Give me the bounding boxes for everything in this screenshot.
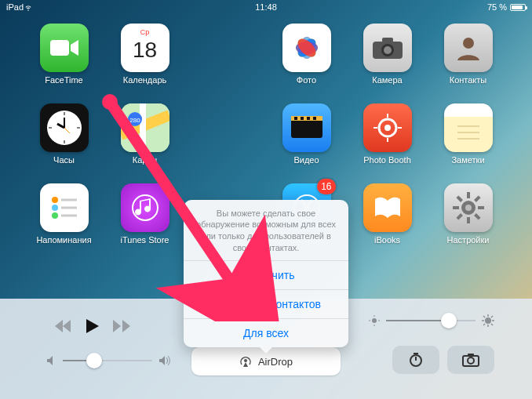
photos-icon <box>282 24 331 72</box>
svg-rect-30 <box>313 117 316 120</box>
app-label: iBooks <box>374 235 400 245</box>
airdrop-icon <box>239 355 252 368</box>
svg-rect-12 <box>382 38 393 42</box>
svg-line-71 <box>483 316 485 317</box>
svg-text:280: 280 <box>129 117 140 124</box>
app-ibooks[interactable]: iBooks <box>347 183 428 245</box>
app-photobooth[interactable]: Photo Booth <box>347 103 428 165</box>
next-track-button[interactable] <box>113 320 130 332</box>
volume-slider[interactable] <box>46 355 171 366</box>
camera-button[interactable] <box>447 346 494 374</box>
svg-point-13 <box>463 38 474 49</box>
clock-icon <box>40 103 89 152</box>
svg-rect-0 <box>50 40 69 56</box>
camera-icon <box>363 24 412 72</box>
app-camera[interactable]: Камера <box>347 24 428 85</box>
prev-track-button[interactable] <box>55 320 72 332</box>
app-label: Карты <box>133 155 157 165</box>
app-label: Photo Booth <box>363 155 411 165</box>
settings-icon <box>444 183 493 232</box>
app-settings[interactable]: Настройки <box>428 183 508 245</box>
svg-point-42 <box>52 212 58 219</box>
svg-rect-25 <box>291 119 322 138</box>
svg-rect-59 <box>456 195 462 201</box>
notes-icon <box>444 103 493 152</box>
brightness-low-icon <box>369 315 380 326</box>
brightness-slider[interactable] <box>369 314 494 327</box>
app-clock[interactable]: Часы <box>24 103 104 165</box>
timer-button[interactable] <box>392 346 439 374</box>
clock-time: 11:48 <box>0 2 532 12</box>
battery-icon <box>510 4 526 11</box>
calendar-weekday: Ср <box>121 28 169 36</box>
svg-rect-60 <box>474 213 480 219</box>
contacts-icon <box>444 24 493 72</box>
svg-rect-80 <box>468 354 474 357</box>
app-label: Часы <box>53 155 75 165</box>
popover-message: Вы можете сделать свое обнаружение возмо… <box>184 200 348 260</box>
app-label: Видео <box>293 155 319 165</box>
ibooks-icon <box>363 183 412 232</box>
svg-point-81 <box>244 359 247 362</box>
videos-icon <box>282 103 331 152</box>
svg-point-32 <box>384 125 391 131</box>
facetime-icon <box>40 24 89 72</box>
svg-rect-54 <box>467 217 470 223</box>
app-label: Фото <box>297 75 316 85</box>
svg-line-72 <box>491 324 493 325</box>
app-notes[interactable]: Заметки <box>428 103 508 165</box>
svg-rect-28 <box>301 117 304 120</box>
svg-point-52 <box>465 205 472 211</box>
itunes-icon <box>121 183 169 232</box>
app-label: Календарь <box>123 75 167 85</box>
app-label: Заметки <box>451 155 484 165</box>
svg-point-61 <box>372 318 377 323</box>
svg-rect-27 <box>294 117 297 120</box>
airdrop-popover: Вы можете сделать свое обнаружение возмо… <box>184 200 348 347</box>
svg-point-41 <box>52 205 58 211</box>
app-label: Напоминания <box>36 235 91 245</box>
app-contacts[interactable]: Контакты <box>428 24 508 85</box>
status-bar: iPad 11:48 75 % <box>0 0 532 14</box>
airdrop-label: AirDrop <box>258 356 293 368</box>
app-label: Настройки <box>447 235 490 245</box>
app-label: iTunes Store <box>121 235 169 245</box>
volume-high-icon <box>159 355 171 366</box>
app-label: FaceTime <box>45 75 83 85</box>
airdrop-option-contacts[interactable]: Только для контактов <box>184 289 348 318</box>
svg-rect-56 <box>478 206 484 209</box>
svg-point-79 <box>468 357 474 364</box>
app-label: Контакты <box>450 75 487 85</box>
app-reminders[interactable]: Напоминания <box>24 183 104 245</box>
airdrop-option-everyone[interactable]: Для всех <box>184 318 348 347</box>
app-facetime[interactable]: FaceTime <box>24 24 104 85</box>
app-maps[interactable]: 280 Карты <box>104 103 185 165</box>
svg-point-40 <box>52 197 58 203</box>
badge-count: 16 <box>317 179 335 194</box>
svg-rect-53 <box>467 192 470 198</box>
maps-icon: 280 <box>121 103 169 152</box>
svg-line-73 <box>483 324 485 325</box>
brightness-high-icon <box>482 314 494 327</box>
play-button[interactable] <box>86 319 99 333</box>
svg-point-66 <box>485 317 491 324</box>
calendar-icon: Ср 18 <box>121 24 169 72</box>
app-label: Камера <box>372 75 402 85</box>
app-videos[interactable]: Видео <box>266 103 347 165</box>
app-calendar[interactable]: Ср 18 Календарь <box>104 24 185 85</box>
svg-line-74 <box>491 316 493 317</box>
airdrop-option-off[interactable]: Выключить <box>184 260 348 289</box>
reminders-icon <box>40 183 89 232</box>
media-transport <box>55 319 130 333</box>
svg-rect-55 <box>453 206 459 209</box>
app-photos[interactable]: Фото <box>266 24 347 85</box>
svg-rect-57 <box>474 195 480 201</box>
app-itunes[interactable]: iTunes Store <box>104 183 185 245</box>
svg-point-11 <box>384 46 392 54</box>
svg-rect-58 <box>456 213 462 219</box>
svg-rect-29 <box>307 117 310 120</box>
photobooth-icon <box>363 103 412 152</box>
calendar-day: 18 <box>121 38 169 63</box>
volume-low-icon <box>46 355 56 366</box>
